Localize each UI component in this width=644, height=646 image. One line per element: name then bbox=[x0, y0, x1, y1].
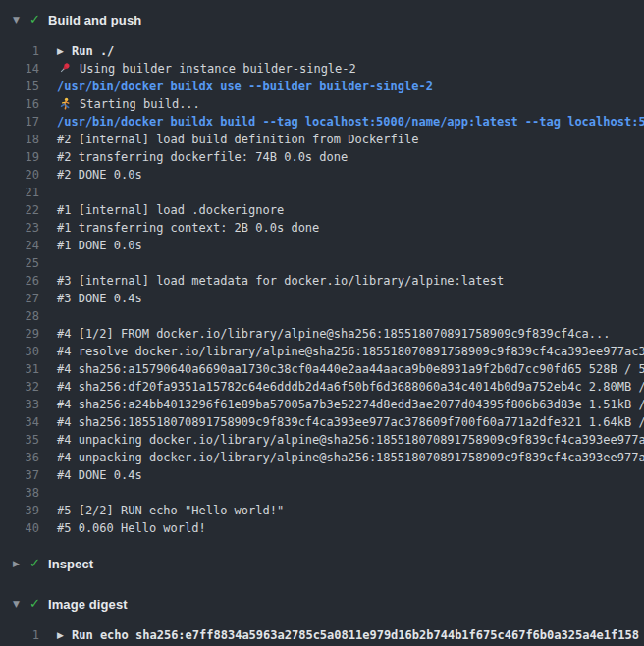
log-line: 1 ▶Run ./ bbox=[0, 42, 644, 60]
log-line: 31 #4 sha256:a15790640a6690aa1730c38cf0a… bbox=[0, 360, 644, 378]
line-text: #1 [internal] load .dockerignore bbox=[57, 203, 284, 217]
log-line: 37 #4 DONE 0.4s bbox=[0, 466, 644, 484]
line-text: #2 transferring dockerfile: 74B 0.0s don… bbox=[57, 150, 348, 164]
log-line: 1 ▶Run echo sha256:e7ff8834a5963a2785c5a… bbox=[0, 626, 644, 644]
log-line: 36 #4 unpacking docker.io/library/alpine… bbox=[0, 449, 644, 466]
line-number[interactable]: 17 bbox=[0, 115, 39, 129]
line-text: #4 unpacking docker.io/library/alpine@sh… bbox=[57, 433, 644, 447]
line-number[interactable]: 22 bbox=[0, 203, 39, 217]
line-text: #3 DONE 0.4s bbox=[57, 292, 142, 305]
success-check-icon: ✓ bbox=[29, 10, 43, 29]
section-log-body: 1 ▶Run ./ 14 Using builder instance buil… bbox=[0, 42, 644, 537]
section-log-body: 1 ▶Run echo sha256:e7ff8834a5963a2785c5a… bbox=[0, 626, 644, 646]
log-line: 19 #2 transferring dockerfile: 74B 0.0s … bbox=[0, 148, 644, 166]
line-number[interactable]: 27 bbox=[0, 292, 39, 305]
log-line: 18 #2 [internal] load build definition f… bbox=[0, 131, 644, 148]
line-number[interactable]: 30 bbox=[0, 345, 39, 358]
log-line: 21 bbox=[0, 184, 644, 201]
line-text: #1 transferring context: 2B 0.0s done bbox=[57, 221, 319, 235]
line-text: #1 DONE 0.0s bbox=[57, 239, 142, 252]
line-number[interactable]: 23 bbox=[0, 221, 39, 235]
line-number[interactable]: 1 bbox=[0, 628, 39, 642]
log-line: 26 #3 [internal] load metadata for docke… bbox=[0, 272, 644, 290]
log-line: 15 /usr/bin/docker buildx use --builder … bbox=[0, 78, 644, 95]
log-line: 30 #4 resolve docker.io/library/alpine@s… bbox=[0, 343, 644, 360]
log-line: 34 #4 sha256:185518070891758909c9f839cf4… bbox=[0, 413, 644, 431]
log-line: 22 #1 [internal] load .dockerignore bbox=[0, 201, 644, 219]
section-header[interactable]: ▶ ✓ Inspect bbox=[0, 554, 644, 573]
line-number[interactable]: 39 bbox=[0, 504, 39, 517]
line-text: #3 [internal] load metadata for docker.i… bbox=[57, 274, 504, 288]
line-text: #4 [1/2] FROM docker.io/library/alpine@s… bbox=[57, 327, 611, 341]
section-title: Build and push bbox=[48, 13, 141, 27]
chevron-icon[interactable]: ▶ bbox=[13, 554, 25, 573]
line-text: #4 sha256:df20fa9351a15782c64e6dddb2d4a6… bbox=[57, 380, 644, 394]
line-number[interactable]: 38 bbox=[0, 486, 39, 500]
line-number[interactable]: 40 bbox=[0, 521, 39, 535]
line-text: #4 sha256:185518070891758909c9f839cf4ca3… bbox=[57, 415, 644, 429]
line-text: /usr/bin/docker buildx build --tag local… bbox=[57, 115, 644, 129]
section-header[interactable]: ▼ ✓ Build and push bbox=[0, 10, 644, 29]
line-text: #4 sha256:a24bb4013296f61e89ba57005a7b3e… bbox=[57, 398, 644, 411]
log-line: 16 Starting build... bbox=[0, 95, 644, 113]
chevron-icon[interactable]: ▼ bbox=[13, 10, 25, 29]
line-text: Run ./ bbox=[72, 44, 114, 58]
expand-run-icon[interactable]: ▶ bbox=[57, 630, 66, 640]
line-number[interactable]: 21 bbox=[0, 186, 39, 199]
line-number[interactable]: 18 bbox=[0, 133, 39, 146]
line-text: #5 0.060 Hello world! bbox=[57, 521, 206, 535]
line-number[interactable]: 24 bbox=[0, 239, 39, 252]
pushpin-icon bbox=[57, 61, 73, 77]
line-number[interactable]: 32 bbox=[0, 380, 39, 394]
actions-log-viewer: ▼ ✓ Build and push 1 ▶Run ./ 14 Using bu… bbox=[0, 0, 644, 646]
log-line: 28 bbox=[0, 307, 644, 325]
log-line: 29 #4 [1/2] FROM docker.io/library/alpin… bbox=[0, 325, 644, 343]
log-section-inspect: ▶ ✓ Inspect bbox=[0, 554, 644, 573]
line-number[interactable]: 14 bbox=[0, 62, 39, 76]
line-text: #4 unpacking docker.io/library/alpine@sh… bbox=[57, 451, 644, 464]
line-number[interactable]: 20 bbox=[0, 168, 39, 182]
log-line: 32 #4 sha256:df20fa9351a15782c64e6dddb2d… bbox=[0, 378, 644, 396]
log-line: 17 /usr/bin/docker buildx build --tag lo… bbox=[0, 113, 644, 131]
line-text: Starting build... bbox=[80, 97, 200, 111]
line-text: Using builder instance builder-single-2 bbox=[80, 62, 356, 76]
log-section-build-and-push: ▼ ✓ Build and push 1 ▶Run ./ 14 Using bu… bbox=[0, 10, 644, 537]
section-title: Inspect bbox=[48, 557, 93, 571]
line-text: #4 sha256:a15790640a6690aa1730c38cf0a440… bbox=[57, 362, 644, 376]
line-number[interactable]: 15 bbox=[0, 80, 39, 93]
line-number[interactable]: 1 bbox=[0, 44, 39, 58]
line-text: #4 resolve docker.io/library/alpine@sha2… bbox=[57, 345, 644, 358]
expand-run-icon[interactable]: ▶ bbox=[57, 46, 66, 56]
line-number[interactable]: 29 bbox=[0, 327, 39, 341]
log-line: 20 #2 DONE 0.0s bbox=[0, 166, 644, 184]
line-number[interactable]: 31 bbox=[0, 362, 39, 376]
log-line: 35 #4 unpacking docker.io/library/alpine… bbox=[0, 431, 644, 449]
line-text: /usr/bin/docker buildx use --builder bui… bbox=[57, 80, 433, 93]
line-number[interactable]: 35 bbox=[0, 433, 39, 447]
section-header[interactable]: ▼ ✓ Image digest bbox=[0, 594, 644, 614]
line-number[interactable]: 37 bbox=[0, 468, 39, 482]
line-text: Run echo sha256:e7ff8834a5963a2785c5a081… bbox=[72, 628, 639, 642]
success-check-icon: ✓ bbox=[29, 594, 43, 614]
line-number[interactable]: 26 bbox=[0, 274, 39, 288]
line-number[interactable]: 33 bbox=[0, 398, 39, 411]
log-line: 40 #5 0.060 Hello world! bbox=[0, 519, 644, 537]
line-number[interactable]: 19 bbox=[0, 150, 39, 164]
line-number[interactable]: 28 bbox=[0, 309, 39, 323]
line-text: #5 [2/2] RUN echo "Hello world!" bbox=[57, 504, 284, 517]
chevron-icon[interactable]: ▼ bbox=[13, 594, 25, 614]
log-line: 33 #4 sha256:a24bb4013296f61e89ba57005a7… bbox=[0, 396, 644, 413]
line-number[interactable]: 36 bbox=[0, 451, 39, 464]
line-number[interactable]: 34 bbox=[0, 415, 39, 429]
line-number[interactable]: 25 bbox=[0, 256, 39, 270]
log-line: 27 #3 DONE 0.4s bbox=[0, 290, 644, 307]
log-line: 23 #1 transferring context: 2B 0.0s done bbox=[0, 219, 644, 237]
log-line: 14 Using builder instance builder-single… bbox=[0, 60, 644, 78]
line-text: #4 DONE 0.4s bbox=[57, 468, 142, 482]
log-line: 25 bbox=[0, 254, 644, 272]
success-check-icon: ✓ bbox=[29, 554, 43, 573]
line-number[interactable]: 16 bbox=[0, 97, 39, 111]
log-line: 39 #5 [2/2] RUN echo "Hello world!" bbox=[0, 502, 644, 519]
runner-icon bbox=[57, 96, 73, 112]
line-text: #2 DONE 0.0s bbox=[57, 168, 142, 182]
